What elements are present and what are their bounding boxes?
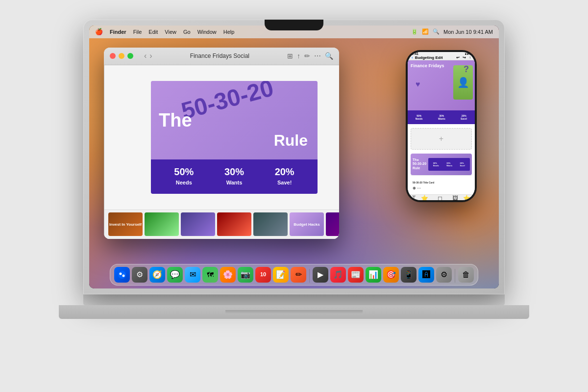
finder-main: The 50-30-20 Rule 50% Needs: [104, 65, 339, 239]
text-tool-icon: T: [412, 195, 416, 200]
iphone-screen: 9:41 ●●● ‹ Budgeting Edit ↩ ↪ ↑: [408, 52, 475, 200]
search-icon[interactable]: 🔍: [325, 52, 333, 60]
iphone-tool-text[interactable]: T Text: [411, 195, 416, 200]
finder-titlebar: ‹ › Finance Fridays Social ⊞ ↑ ✏ ⋯ 🔍: [104, 48, 339, 65]
design-preview: The 50-30-20 Rule 50% Needs: [151, 81, 318, 194]
minimize-button[interactable]: [119, 53, 124, 59]
iphone-card-icon-2[interactable]: ⋯: [417, 186, 421, 190]
add-icon: +: [439, 134, 443, 143]
menubar-help[interactable]: Help: [223, 29, 235, 35]
iphone-thumbnails: + Th●50-30-20Rule 50%Needs: [408, 124, 475, 194]
iphone-question-mark: ?: [464, 64, 469, 75]
maximize-button[interactable]: [127, 53, 133, 59]
dock-news[interactable]: 📰: [348, 267, 364, 283]
iphone-50-30-20-card[interactable]: Th●50-30-20Rule 50%Needs 30%Wants 20%Sav…: [411, 154, 472, 191]
menubar-edit[interactable]: Edit: [148, 29, 158, 35]
dock-facetime[interactable]: 📷: [238, 267, 253, 283]
close-button[interactable]: [110, 53, 116, 59]
design-preview-bottom: 50% Needs 30% Wants 20%: [151, 159, 318, 194]
design-stat-needs: 50% Needs: [174, 166, 194, 186]
dock-freeform[interactable]: ✏: [291, 267, 306, 283]
sticker-tool-icon: ⭐: [421, 195, 428, 200]
thumbnail-6[interactable]: Budget Hacks: [290, 212, 324, 236]
finder-preview-area: The 50-30-20 Rule 50% Needs: [104, 65, 339, 209]
back-button[interactable]: ‹: [144, 52, 147, 60]
iphone-finance-fridays: Finance Fridays: [411, 63, 444, 68]
iphone-mockup: 9:41 ●●● ‹ Budgeting Edit ↩ ↪ ↑: [406, 50, 477, 202]
background-tool-icon: ◻: [438, 195, 442, 200]
thumbnail-7[interactable]: [326, 212, 339, 236]
menubar-view[interactable]: View: [165, 29, 176, 35]
macbook-base: [59, 305, 529, 319]
dock-finder[interactable]: [114, 267, 130, 283]
more-icon[interactable]: ⋯: [314, 52, 321, 60]
iphone-design-preview: Finance Fridays 👤 ? ♥ 50%Needs: [408, 60, 475, 124]
thumbnail-2[interactable]: [145, 212, 179, 236]
dock-mail[interactable]: ✉: [185, 267, 200, 283]
dock-photos[interactable]: 🌸: [220, 267, 236, 283]
iphone-share-icon[interactable]: ↑: [469, 55, 471, 60]
dock-appstore[interactable]: 🅰: [418, 267, 434, 283]
thumbnails-strip: Invest In Yourself Budget Hacks: [104, 209, 339, 239]
macos-desktop: 🍎 Finder File Edit View Go Window Help 🔋…: [89, 26, 499, 288]
menubar-wifi: 📶: [422, 28, 429, 35]
iphone-tool-background[interactable]: ◻ Background: [432, 195, 448, 200]
menubar-window[interactable]: Window: [197, 29, 217, 35]
dock-appletv[interactable]: ▶: [313, 267, 328, 283]
iphone-stat-needs: 50%Needs: [416, 114, 423, 120]
dock-safari[interactable]: 🧭: [149, 267, 165, 283]
dock-trash[interactable]: 🗑: [458, 267, 474, 283]
iphone-undo-icon[interactable]: ↩: [456, 55, 460, 60]
dock-separator-2: [455, 269, 455, 283]
thumbnail-4[interactable]: [217, 212, 251, 236]
iphone-signal: ●●●: [465, 52, 471, 55]
design-rule-text: Rule: [274, 131, 308, 150]
svg-point-2: [122, 274, 125, 277]
dock-messages[interactable]: 💬: [167, 267, 183, 283]
share-icon[interactable]: ↑: [297, 52, 300, 60]
iphone-tool-sticker[interactable]: ⭐ Sticker: [420, 195, 429, 200]
menubar-search[interactable]: 🔍: [433, 28, 440, 35]
iphone-back-icon[interactable]: ‹: [412, 55, 413, 60]
iphone-thumb-add[interactable]: +: [411, 128, 472, 150]
menubar-go[interactable]: Go: [183, 29, 191, 35]
iphone-redo-icon[interactable]: ↪: [463, 55, 466, 60]
svg-point-0: [118, 271, 126, 279]
markup-icon[interactable]: ✏: [304, 52, 310, 60]
menubar-file[interactable]: File: [133, 29, 142, 35]
more-tools-icon: ⭐: [463, 195, 470, 200]
iphone-card-label: 50-30-20 Title Card ⊕ ⋯: [411, 175, 472, 191]
dock-iphone-mirror[interactable]: 📱: [401, 267, 416, 283]
menubar-app-name[interactable]: Finder: [110, 29, 126, 35]
dock-keynote[interactable]: 🎯: [383, 267, 399, 283]
apple-menu[interactable]: 🍎: [95, 28, 103, 35]
design-stat-needs-label: Needs: [176, 180, 192, 185]
dock-notes[interactable]: 📝: [273, 267, 289, 283]
iphone-card-text: Th●50-30-20Rule: [413, 158, 426, 170]
macbook-hinge: [225, 310, 363, 314]
view-icon[interactable]: ⊞: [287, 52, 293, 60]
dock-settings[interactable]: ⚙: [436, 267, 452, 283]
thumbnail-1[interactable]: Invest In Yourself: [108, 212, 143, 236]
menubar-right: 🔋 📶 🔍 Mon Jun 10 9:41 AM: [411, 28, 493, 35]
iphone-tool-media[interactable]: 🖼 Media: [451, 195, 459, 200]
dock-calendar[interactable]: 10: [255, 267, 271, 283]
iphone-card-actions: ⊕ ⋯: [413, 186, 470, 190]
thumbnail-3[interactable]: [181, 212, 215, 236]
iphone-tool-more[interactable]: ⭐ Sticker: [462, 195, 471, 200]
finder-content: Favorites 📡 AirDrop 🕐 Recents 🗂: [104, 65, 339, 239]
iphone-preview-bottom-bar: 50%Needs 30%Wants 20%Save!: [408, 110, 475, 124]
macbook-bottom-bar: [59, 305, 529, 319]
iphone-card-icon-1[interactable]: ⊕: [413, 186, 416, 190]
dock-launchpad[interactable]: ⚙: [132, 267, 147, 283]
iphone-stat-wants: 30%Wants: [438, 114, 445, 120]
iphone-card-stat-2: 30%Wants: [446, 162, 452, 167]
iphone-person-image: 👤: [453, 65, 473, 100]
forward-button[interactable]: ›: [149, 52, 152, 60]
macos-dock: ⚙ 🧭 💬 ✉ 🗺 🌸: [110, 264, 478, 286]
iphone-statusbar: 9:41 ●●●: [408, 52, 475, 55]
dock-music[interactable]: 🎵: [330, 267, 346, 283]
dock-maps[interactable]: 🗺: [202, 267, 218, 283]
thumbnail-5[interactable]: [253, 212, 288, 236]
dock-numbers[interactable]: 📊: [366, 267, 381, 283]
